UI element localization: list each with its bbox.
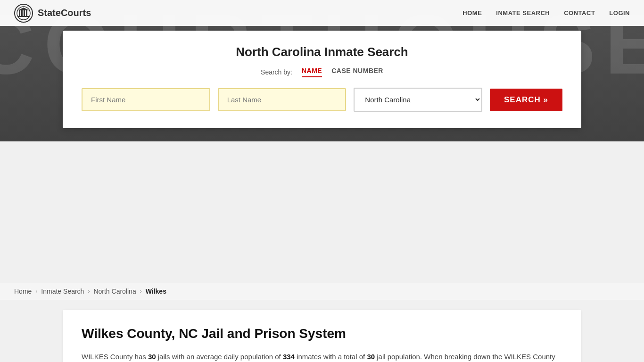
- search-card-title: North Carolina Inmate Search: [82, 45, 562, 59]
- breadcrumb-home[interactable]: Home: [14, 288, 32, 295]
- avg-population: 334: [283, 353, 295, 361]
- breadcrumb: Home › Inmate Search › North Carolina › …: [0, 283, 644, 300]
- county-description: WILKES County has 30 jails with an avera…: [82, 351, 562, 362]
- search-card: North Carolina Inmate Search Search by: …: [63, 31, 581, 128]
- breadcrumb-sep-3: ›: [140, 288, 142, 295]
- nav-inmate-search[interactable]: INMATE SEARCH: [496, 9, 550, 16]
- county-title: Wilkes County, NC Jail and Prison System: [82, 326, 562, 341]
- state-select[interactable]: North Carolina Alabama Alaska Arizona Ar…: [354, 88, 482, 112]
- last-name-input[interactable]: [218, 88, 347, 111]
- desc-mid2: inmates with a total of: [295, 353, 367, 361]
- site-name: StateCourts: [38, 8, 91, 18]
- breadcrumb-state[interactable]: North Carolina: [93, 288, 136, 295]
- search-by-row: Search by: NAME CASE NUMBER: [82, 67, 562, 77]
- main-content: Wilkes County, NC Jail and Prison System…: [0, 310, 644, 362]
- svg-rect-3: [21, 10, 23, 16]
- breadcrumb-sep-1: ›: [35, 288, 37, 295]
- nav-contact[interactable]: CONTACT: [564, 9, 595, 16]
- header: COURTHOUSE StateCourts HOME INMATE SE: [0, 0, 644, 141]
- svg-rect-4: [24, 10, 25, 16]
- logo-area: StateCourts: [14, 4, 462, 23]
- nav-home[interactable]: HOME: [462, 9, 482, 16]
- search-button[interactable]: SEARCH »: [490, 89, 562, 111]
- logo-icon: [14, 4, 33, 23]
- tab-name[interactable]: NAME: [302, 67, 322, 77]
- breadcrumb-sep-2: ›: [88, 288, 90, 295]
- search-fields-row: North Carolina Alabama Alaska Arizona Ar…: [82, 88, 562, 112]
- svg-rect-2: [19, 10, 20, 16]
- navigation-bar: StateCourts HOME INMATE SEARCH CONTACT L…: [0, 0, 644, 26]
- nav-links: HOME INMATE SEARCH CONTACT LOGIN: [462, 9, 630, 16]
- desc-mid1: jails with an average daily population o…: [156, 353, 283, 361]
- breadcrumb-inmate-search[interactable]: Inmate Search: [41, 288, 84, 295]
- desc-before: WILKES County has: [82, 353, 148, 361]
- total-jail-pop: 30: [367, 353, 375, 361]
- svg-rect-6: [18, 16, 29, 17]
- nav-login[interactable]: LOGIN: [609, 9, 630, 16]
- first-name-input[interactable]: [82, 88, 210, 111]
- breadcrumb-county: Wilkes: [146, 288, 166, 295]
- search-by-label: Search by:: [261, 68, 292, 76]
- jails-count: 30: [148, 353, 156, 361]
- svg-rect-5: [26, 10, 27, 16]
- tab-case-number[interactable]: CASE NUMBER: [331, 67, 383, 77]
- content-card: Wilkes County, NC Jail and Prison System…: [63, 310, 581, 362]
